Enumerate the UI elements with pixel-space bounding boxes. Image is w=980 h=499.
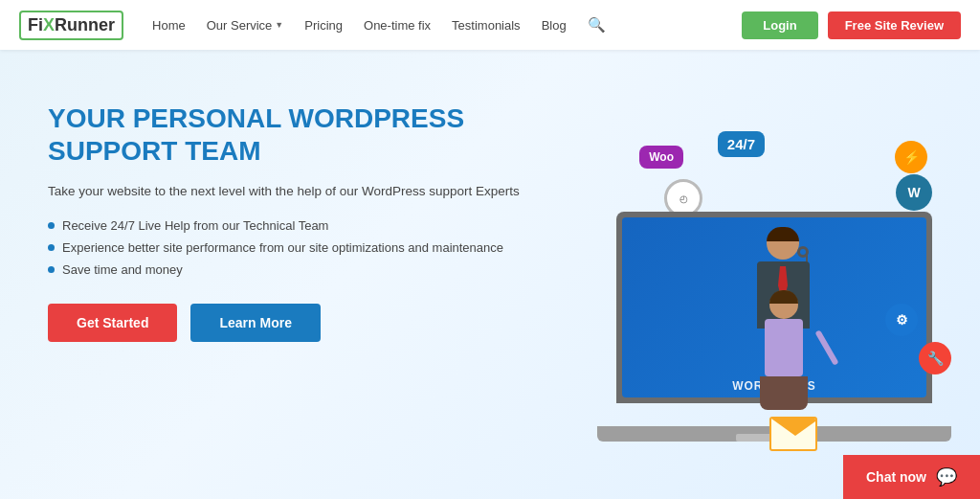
person-body xyxy=(765,319,803,376)
nav-one-time-fix[interactable]: One-time fix xyxy=(364,18,431,33)
hero-content: YOUR PERSONAL WORDPRESS SUPPORT TEAM Tak… xyxy=(48,102,520,342)
envelope-flap xyxy=(771,419,817,436)
nav-testimonials[interactable]: Testimonials xyxy=(452,18,521,33)
nav-home[interactable]: Home xyxy=(152,18,186,33)
nav-blog[interactable]: Blog xyxy=(542,18,567,33)
hero-illustration: Woo 24/7 ◴ ⓦ WordPress xyxy=(568,50,980,499)
wordpress-circle-icon: W xyxy=(896,174,932,211)
bullet-icon xyxy=(48,244,55,251)
chat-bubble-icon: 💬 xyxy=(936,466,957,488)
wrench-circle-icon: 🔧 xyxy=(919,342,951,374)
hero-cta-row: Get Started Learn More xyxy=(48,304,520,342)
logo-runner-text: Runner xyxy=(55,15,115,35)
get-started-button[interactable]: Get Started xyxy=(48,304,177,342)
availability-badge: 24/7 xyxy=(718,131,765,157)
person-skirt xyxy=(760,376,808,410)
logo[interactable]: Fi X Runner xyxy=(19,11,123,40)
main-nav: Home Our Service ▼ Pricing One-time fix … xyxy=(152,16,742,34)
settings-circle-icon: ⚙ xyxy=(885,304,918,336)
chevron-down-icon: ▼ xyxy=(275,20,283,30)
agent-head xyxy=(767,227,799,260)
logo-fix-text: Fi xyxy=(28,15,43,35)
headset-icon xyxy=(797,246,809,258)
person-head xyxy=(769,290,798,319)
plugin-circle-icon: ⚡ xyxy=(895,141,927,173)
hero-title: YOUR PERSONAL WORDPRESS SUPPORT TEAM xyxy=(48,102,520,167)
hero-subtitle: Take your website to the next level with… xyxy=(48,182,520,201)
learn-more-button[interactable]: Learn More xyxy=(190,304,320,342)
bullet-icon xyxy=(48,222,55,229)
site-header: Fi X Runner Home Our Service ▼ Pricing O… xyxy=(0,0,980,50)
envelope-icon xyxy=(769,417,817,451)
chat-now-button[interactable]: Chat now 💬 xyxy=(843,455,980,499)
bullet-icon xyxy=(48,266,55,273)
header-buttons: Login Free Site Review xyxy=(742,11,961,39)
list-item: Receive 24/7 Live Help from our Technica… xyxy=(48,218,520,233)
person-hair xyxy=(769,290,798,304)
agent-hair xyxy=(767,227,799,241)
login-button[interactable]: Login xyxy=(742,11,817,39)
search-icon[interactable]: 🔍 xyxy=(588,16,606,34)
logo-x-text: X xyxy=(43,15,55,35)
woo-badge: Woo xyxy=(639,146,683,169)
hero-bullet-list: Receive 24/7 Live Help from our Technica… xyxy=(48,218,520,277)
list-item: Save time and money xyxy=(48,262,520,277)
list-item: Experience better site performance from … xyxy=(48,240,520,255)
nav-our-service[interactable]: Our Service ▼ xyxy=(207,18,284,33)
free-site-review-button[interactable]: Free Site Review xyxy=(828,11,961,39)
nav-pricing[interactable]: Pricing xyxy=(304,18,343,33)
hero-section: YOUR PERSONAL WORDPRESS SUPPORT TEAM Tak… xyxy=(0,50,980,499)
